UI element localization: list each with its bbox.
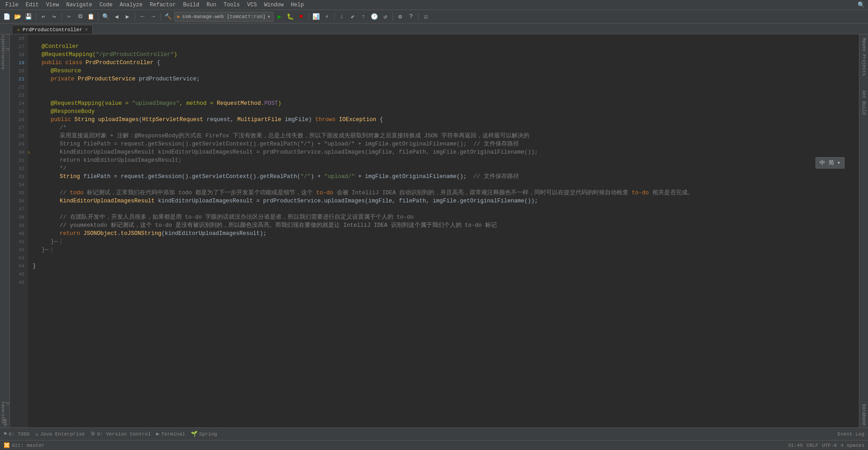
vcs-commit-btn[interactable]: ✔ bbox=[348, 12, 358, 22]
find-prev-btn[interactable]: ◀ bbox=[112, 12, 122, 22]
cut-btn[interactable]: ✂ bbox=[64, 12, 74, 22]
indent-indicator[interactable]: 4 spaces bbox=[840, 443, 864, 448]
new-file-btn[interactable]: 📄 bbox=[2, 12, 12, 22]
menu-view[interactable]: View bbox=[42, 0, 63, 10]
stop-btn[interactable]: ■ bbox=[296, 12, 306, 22]
code-line-17: @Controller bbox=[33, 42, 859, 51]
gutter-35: 35 bbox=[10, 189, 24, 197]
code-line-41: }─ | bbox=[33, 238, 859, 246]
tab-close-btn[interactable]: ✕ bbox=[85, 25, 88, 34]
vcs-history-btn[interactable]: 🕐 bbox=[369, 12, 379, 22]
find-next-btn[interactable]: ▶ bbox=[123, 12, 132, 22]
database-panel[interactable]: Database bbox=[861, 402, 866, 427]
debug-btn[interactable]: 🐛 bbox=[285, 12, 295, 22]
find-btn[interactable]: 🔍 bbox=[101, 12, 111, 22]
lang-popup[interactable]: 中 简 ▾ bbox=[816, 157, 844, 169]
encoding-indicator[interactable]: UTF-8 bbox=[822, 443, 837, 448]
code-editor[interactable]: 16 17 18 19 20 21 22 23 24 25 26 27 28 2… bbox=[10, 34, 859, 427]
code-line-37 bbox=[33, 205, 859, 213]
redo-btn[interactable]: ↪ bbox=[49, 12, 59, 22]
code-line-43 bbox=[33, 254, 859, 262]
todo-keyword: todo bbox=[70, 189, 84, 197]
code-line-36: KindEditorUploadImagesResult kindEditorU… bbox=[33, 197, 859, 205]
menu-window[interactable]: Window bbox=[260, 0, 287, 10]
gutter-23: 23 bbox=[10, 91, 24, 99]
gutter-29: 29 bbox=[10, 140, 24, 148]
spring-btn[interactable]: 🌱 Spring bbox=[191, 431, 217, 437]
left-sidebar: 1: Project 2: Structure 2: Favorites Web bbox=[0, 34, 10, 427]
menu-navigate[interactable]: Navigate bbox=[62, 0, 96, 10]
paste-btn[interactable]: 📋 bbox=[86, 12, 96, 22]
settings-btn[interactable]: ⚙ bbox=[395, 12, 405, 22]
toolbar: 📄 📂 💾 ↩ ↪ ✂ ⧉ 📋 🔍 ◀ ▶ ← → 🔨 ▶ ssm-manage… bbox=[0, 10, 868, 23]
help-btn[interactable]: ? bbox=[406, 12, 416, 22]
left-panel-1[interactable]: 1: Project bbox=[0, 34, 10, 44]
back-btn[interactable]: ← bbox=[137, 12, 147, 22]
maven-projects-panel[interactable]: Maven Projects bbox=[861, 36, 866, 78]
save-btn[interactable]: 💾 bbox=[24, 12, 33, 22]
code-line-40: return JSONObject.toJSONString(kindEdito… bbox=[33, 230, 859, 238]
gutter-20: 20 bbox=[10, 67, 24, 75]
open-btn[interactable]: 📂 bbox=[13, 12, 23, 22]
vcs-update-btn[interactable]: ↓ bbox=[337, 12, 347, 22]
gutter-19: 19 bbox=[10, 59, 24, 67]
menu-tools[interactable]: Tools bbox=[220, 0, 244, 10]
gutter-25: 25 bbox=[10, 108, 24, 116]
left-panel-structure[interactable]: 2: Structure bbox=[0, 53, 10, 63]
gutter-31: 31 bbox=[10, 156, 24, 164]
code-line-23 bbox=[33, 91, 859, 99]
build-btn[interactable]: 🔨 bbox=[163, 12, 173, 22]
gutter-40: 40 bbox=[10, 230, 24, 238]
code-line-21: private PrdProductService prdProductServ… bbox=[33, 75, 859, 83]
tab-prd-product-controller[interactable]: ☕ PrdProductController ✕ bbox=[13, 25, 93, 34]
position-indicator[interactable]: 31:45 bbox=[788, 443, 803, 448]
vcs-revert-btn[interactable]: ↺ bbox=[380, 12, 390, 22]
menu-help[interactable]: Help bbox=[287, 0, 307, 10]
gutter-16: 16 bbox=[10, 34, 24, 42]
code-line-27: /* bbox=[33, 124, 859, 132]
vcs-push-btn[interactable]: ↑ bbox=[359, 12, 368, 22]
profile-btn[interactable]: ⚡ bbox=[322, 12, 332, 22]
right-sidebar: Maven Projects Ant Build Database bbox=[859, 34, 868, 427]
menu-edit[interactable]: Edit bbox=[22, 0, 42, 10]
left-panel-favorites[interactable]: 2: Favorites bbox=[0, 408, 10, 417]
ant-build-panel[interactable]: Ant Build bbox=[861, 89, 866, 117]
code-line-29: String filePath = request.getSession().g… bbox=[33, 140, 859, 148]
undo-btn[interactable]: ↩ bbox=[38, 12, 48, 22]
terminal-btn[interactable]: ▶ Terminal bbox=[156, 431, 185, 437]
forward-btn[interactable]: → bbox=[148, 12, 158, 22]
gutter-37: 37 bbox=[10, 205, 24, 213]
event-log-btn[interactable]: Event Log bbox=[838, 431, 864, 437]
gutter-17: 17 bbox=[10, 42, 24, 51]
copy-btn[interactable]: ⧉ bbox=[75, 12, 85, 22]
run-config-dropdown[interactable]: ▶ ssm-manage-web [tomcat7:run] ▾ bbox=[174, 12, 274, 22]
menu-run[interactable]: Run bbox=[203, 0, 220, 10]
tasks-btn[interactable]: ☑ bbox=[421, 12, 431, 22]
status-left: 🔀 Git: master bbox=[4, 442, 45, 448]
java-enterprise-btn[interactable]: ☕ Java Enterprise bbox=[35, 431, 85, 437]
menu-refactor[interactable]: Refactor bbox=[146, 0, 179, 10]
code-line-32: */ bbox=[33, 164, 859, 173]
menu-analyze[interactable]: Analyze bbox=[116, 0, 146, 10]
gutter-45: 45 bbox=[10, 270, 24, 278]
left-panel-web[interactable]: Web bbox=[0, 417, 10, 427]
menu-file[interactable]: File bbox=[2, 0, 22, 10]
menu-vcs[interactable]: VCS bbox=[244, 0, 261, 10]
coverage-btn[interactable]: 📊 bbox=[311, 12, 321, 22]
menu-build[interactable]: Build bbox=[179, 0, 203, 10]
code-lines: @Controller @RequestMapping("/prdProduct… bbox=[28, 34, 859, 427]
run-btn[interactable]: ▶ bbox=[274, 12, 284, 22]
gutter-18: 18 bbox=[10, 51, 24, 59]
code-line-33: String filePath = request.getSession().g… bbox=[33, 173, 859, 181]
code-line-34 bbox=[33, 181, 859, 189]
todo-panel-btn[interactable]: ⚑ 6: TODO bbox=[4, 431, 29, 437]
code-line-46 bbox=[33, 278, 859, 286]
main-content: 1: Project 2: Structure 2: Favorites Web… bbox=[0, 34, 868, 427]
search-everywhere-btn[interactable]: 🔍 bbox=[856, 0, 866, 10]
code-line-24: @RequestMapping(value = "uploadImages", … bbox=[33, 99, 859, 108]
todo-icon: ⚑ bbox=[4, 431, 7, 437]
gutter-43: 43 bbox=[10, 254, 24, 262]
line-ending-indicator[interactable]: CRLF bbox=[807, 443, 818, 448]
version-control-btn[interactable]: ⑨ 9: Version Control bbox=[90, 431, 151, 437]
menu-code[interactable]: Code bbox=[96, 0, 116, 10]
